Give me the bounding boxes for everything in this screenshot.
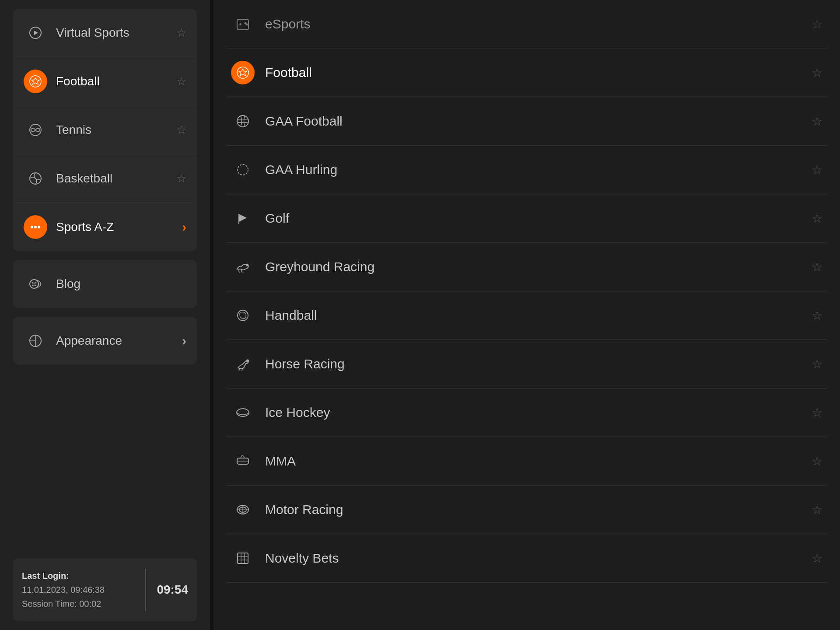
virtual-sports-star[interactable]: ☆ (176, 26, 186, 40)
svg-point-19 (246, 264, 248, 266)
sidebar-item-virtual-sports[interactable]: Virtual Sports ☆ (13, 9, 197, 57)
svg-point-8 (38, 226, 40, 228)
login-details: Last Login: 11.01.2023, 09:46:38 Session… (22, 569, 146, 611)
sidebar-item-appearance[interactable]: Appearance › (13, 317, 197, 365)
svg-point-21 (247, 360, 249, 362)
svg-point-11 (245, 23, 246, 24)
svg-marker-1 (34, 31, 38, 35)
horse-racing-icon (231, 352, 255, 376)
panel-divider (210, 0, 214, 630)
football-star[interactable]: ☆ (176, 75, 186, 88)
motor-racing-label: Motor Racing (265, 502, 801, 517)
sports-az-panel: eSports ☆ Football ☆ GAA Football ☆ (214, 0, 840, 630)
handball-star[interactable]: ☆ (812, 308, 822, 323)
mma-star[interactable]: ☆ (812, 454, 822, 469)
sports-az-icon (24, 215, 47, 239)
sports-az-label: Sports A-Z (56, 220, 173, 234)
sport-item-novelty-bets[interactable]: Novelty Bets ☆ (227, 534, 827, 583)
login-session: Session Time: 00:02 (22, 597, 136, 611)
football-sport-star[interactable]: ☆ (812, 66, 822, 80)
tennis-icon (24, 118, 47, 142)
golf-icon (231, 206, 255, 230)
appearance-arrow[interactable]: › (182, 333, 186, 348)
sport-item-mma[interactable]: MMA ☆ (227, 437, 827, 486)
svg-marker-3 (32, 78, 39, 84)
novelty-bets-icon (231, 546, 255, 570)
blog-icon (24, 272, 47, 296)
tennis-star[interactable]: ☆ (176, 123, 186, 137)
login-datetime: 11.01.2023, 09:46:38 (22, 583, 136, 597)
novelty-bets-label: Novelty Bets (265, 551, 801, 566)
basketball-star[interactable]: ☆ (176, 172, 186, 186)
handball-label: Handball (265, 308, 801, 323)
sidebar-item-blog[interactable]: Blog (13, 260, 197, 308)
sport-item-motor-racing[interactable]: Motor Racing ☆ (227, 486, 827, 534)
svg-point-6 (31, 226, 33, 228)
svg-point-20 (238, 310, 248, 321)
esports-star[interactable]: ☆ (812, 17, 822, 32)
greyhound-star[interactable]: ☆ (812, 260, 822, 274)
virtual-sports-label: Virtual Sports (56, 26, 168, 40)
gaa-football-label: GAA Football (265, 114, 801, 129)
sidebar-nav-section: Virtual Sports ☆ Football ☆ (13, 9, 197, 251)
mma-label: MMA (265, 454, 801, 469)
appearance-icon (24, 329, 47, 353)
golf-label: Golf (265, 211, 801, 226)
sidebar-item-football[interactable]: Football ☆ (13, 57, 197, 106)
golf-star[interactable]: ☆ (812, 211, 822, 226)
football-sport-label: Football (265, 65, 801, 80)
gaa-football-star[interactable]: ☆ (812, 114, 822, 129)
motor-racing-icon (231, 498, 255, 522)
sport-item-esports[interactable]: eSports ☆ (227, 0, 827, 49)
football-label: Football (56, 74, 168, 88)
novelty-bets-star[interactable]: ☆ (812, 551, 822, 566)
appearance-label: Appearance (56, 334, 173, 348)
greyhound-icon (231, 255, 255, 279)
sport-item-greyhound-racing[interactable]: Greyhound Racing ☆ (227, 243, 827, 291)
sport-item-football[interactable]: Football ☆ (227, 49, 827, 97)
tennis-label: Tennis (56, 123, 168, 137)
sidebar: Virtual Sports ☆ Football ☆ (0, 0, 210, 630)
sport-item-horse-racing[interactable]: Horse Racing ☆ (227, 340, 827, 388)
football-sport-icon (231, 61, 255, 84)
sport-item-gaa-hurling[interactable]: GAA Hurling ☆ (227, 146, 827, 194)
football-icon (24, 70, 47, 93)
login-info: Last Login: 11.01.2023, 09:46:38 Session… (13, 558, 197, 621)
gaa-hurling-star[interactable]: ☆ (812, 163, 822, 177)
ice-hockey-star[interactable]: ☆ (812, 406, 822, 420)
esports-icon (231, 12, 255, 36)
svg-point-16 (238, 164, 248, 175)
ice-hockey-label: Ice Hockey (265, 405, 801, 420)
svg-point-7 (34, 226, 37, 228)
basketball-icon (24, 167, 47, 190)
gaa-football-icon (231, 109, 255, 133)
sidebar-item-basketball[interactable]: Basketball ☆ (13, 154, 197, 203)
motor-racing-star[interactable]: ☆ (812, 503, 822, 517)
sport-item-golf[interactable]: Golf ☆ (227, 194, 827, 243)
greyhound-label: Greyhound Racing (265, 259, 801, 274)
login-title: Last Login: (22, 569, 136, 583)
horse-racing-star[interactable]: ☆ (812, 357, 822, 371)
login-clock: 09:54 (146, 583, 188, 597)
sport-item-handball[interactable]: Handball ☆ (227, 291, 827, 340)
sidebar-item-sports-az[interactable]: Sports A-Z › (13, 203, 197, 251)
svg-point-22 (237, 409, 249, 416)
svg-marker-14 (239, 69, 247, 76)
svg-point-15 (237, 116, 248, 127)
basketball-label: Basketball (56, 172, 168, 186)
virtual-sports-icon (24, 21, 47, 45)
sport-item-gaa-football[interactable]: GAA Football ☆ (227, 97, 827, 146)
sidebar-appearance-section: Appearance › (13, 317, 197, 365)
gaa-hurling-label: GAA Hurling (265, 162, 801, 177)
sidebar-item-tennis[interactable]: Tennis ☆ (13, 106, 197, 154)
esports-label: eSports (265, 17, 801, 32)
sport-item-ice-hockey[interactable]: Ice Hockey ☆ (227, 388, 827, 437)
handball-icon (231, 304, 255, 327)
sports-az-arrow[interactable]: › (182, 220, 186, 234)
svg-marker-17 (239, 214, 246, 221)
blog-label: Blog (56, 277, 186, 291)
horse-racing-label: Horse Racing (265, 357, 801, 371)
ice-hockey-icon (231, 401, 255, 424)
svg-rect-26 (238, 553, 248, 564)
gaa-hurling-icon (231, 158, 255, 182)
